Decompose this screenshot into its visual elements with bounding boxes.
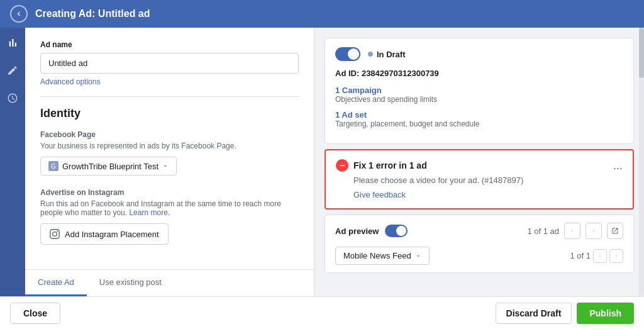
ad-name-label: Ad name — [40, 40, 299, 49]
external-link-button[interactable] — [607, 223, 623, 239]
left-panel: Ad name Advanced options Identity Facebo… — [25, 28, 314, 296]
ad-preview-label: Ad preview — [335, 226, 379, 236]
status-card: In Draft Ad ID: 23842970312300739 1 Camp… — [325, 38, 634, 144]
preview-next-button[interactable] — [586, 223, 602, 239]
add-instagram-label: Add Instagram Placement — [65, 230, 159, 239]
instagram-section: Advertise on Instagram Run this ad on Fa… — [40, 188, 299, 245]
error-card: − Fix 1 error in 1 ad ... Please choose … — [325, 149, 634, 209]
page-name-label: GrowthTribe Blueprint Test — [62, 162, 158, 171]
placement-prev-button[interactable] — [593, 249, 607, 263]
preview-title-row: Ad preview — [335, 225, 408, 237]
in-draft-badge: In Draft — [368, 50, 406, 59]
status-row: In Draft — [335, 47, 623, 61]
in-draft-label: In Draft — [377, 50, 406, 59]
advanced-options-link[interactable]: Advanced options — [40, 77, 100, 86]
main-layout: Ad name Advanced options Identity Facebo… — [0, 28, 644, 296]
right-panel-content: In Draft Ad ID: 23842970312300739 1 Camp… — [314, 28, 644, 296]
error-icon: − — [336, 159, 348, 172]
page-title: Creating Ad: Untitled ad — [35, 8, 150, 20]
adset-link[interactable]: 1 Ad set — [335, 110, 367, 120]
preview-header: Ad preview 1 of 1 ad — [335, 223, 623, 239]
give-feedback-link[interactable]: Give feedback — [353, 190, 406, 199]
error-title: Fix 1 error in 1 ad — [353, 160, 427, 170]
publish-button[interactable]: Publish — [577, 303, 634, 324]
preview-prev-button[interactable] — [564, 223, 580, 239]
campaign-desc: Objectives and spending limits — [335, 95, 623, 104]
error-description: Please choose a video for your ad. (#148… — [353, 176, 623, 185]
ad-name-field: Ad name Advanced options — [40, 40, 299, 86]
placement-selector-button[interactable]: Mobile News Feed — [335, 247, 430, 265]
left-panel-content: Ad name Advanced options Identity Facebo… — [25, 28, 314, 269]
tab-create-ad[interactable]: Create Ad — [25, 270, 87, 296]
draft-toggle[interactable] — [335, 47, 360, 61]
discard-draft-button[interactable]: Discard Draft — [496, 303, 572, 324]
top-bar: Creating Ad: Untitled ad — [0, 0, 644, 28]
dropdown-icon — [162, 163, 169, 169]
facebook-page-section: Facebook Page Your business is represent… — [40, 130, 299, 176]
scrollbar-track — [639, 28, 644, 296]
add-instagram-button[interactable]: Add Instagram Placement — [40, 223, 169, 245]
learn-more-link[interactable]: Learn more. — [129, 208, 170, 217]
placement-dropdown-icon — [415, 253, 421, 259]
bar-chart-icon[interactable] — [5, 35, 20, 50]
facebook-page-description: Your business is represented in ads by i… — [40, 142, 299, 150]
placement-next-button[interactable] — [609, 249, 623, 263]
placement-count: 1 of 1 — [570, 249, 623, 263]
adset-desc: Targeting, placement, budget and schedul… — [335, 120, 623, 128]
bottom-bar: Close Discard Draft Publish — [0, 296, 644, 329]
tab-use-existing-post[interactable]: Use existing post — [87, 270, 174, 296]
placement-row: Mobile News Feed 1 of 1 — [335, 247, 623, 265]
ad-preview-card: Ad preview 1 of 1 ad — [325, 215, 634, 273]
divider-1 — [40, 96, 299, 97]
pencil-icon[interactable] — [5, 63, 20, 78]
close-button[interactable]: Close — [10, 303, 60, 324]
sidebar-icons — [0, 28, 25, 296]
ad-id: Ad ID: 23842970312300739 — [335, 69, 623, 78]
identity-section: Identity Facebook Page Your business is … — [40, 107, 299, 245]
toggle-thumb — [348, 48, 359, 60]
ad-name-input[interactable] — [40, 53, 299, 74]
page-selector-button[interactable]: G GrowthTribe Blueprint Test — [40, 157, 177, 176]
scrollbar-thumb[interactable] — [639, 28, 644, 78]
facebook-page-label: Facebook Page — [40, 130, 299, 139]
error-header: − Fix 1 error in 1 ad ... — [336, 159, 623, 172]
right-bottom-buttons: Discard Draft Publish — [496, 303, 634, 324]
ad-preview-toggle[interactable] — [385, 225, 408, 237]
preview-count: 1 of 1 ad — [527, 226, 559, 236]
clock-icon[interactable] — [5, 91, 20, 106]
page-icon: G — [48, 161, 58, 171]
campaign-link[interactable]: 1 Campaign — [335, 86, 382, 95]
preview-controls: 1 of 1 ad — [527, 223, 623, 239]
preview-toggle-thumb — [396, 226, 406, 236]
right-panel: In Draft Ad ID: 23842970312300739 1 Camp… — [314, 28, 644, 296]
instagram-icon — [50, 229, 60, 239]
instagram-description: Run this ad on Facebook and Instagram at… — [40, 199, 299, 217]
back-button[interactable] — [10, 5, 28, 23]
error-dots-menu[interactable]: ... — [613, 160, 623, 171]
tabs-bar: Create Ad Use existing post — [25, 269, 314, 296]
error-title-row: − Fix 1 error in 1 ad — [336, 159, 427, 172]
instagram-label: Advertise on Instagram — [40, 188, 299, 197]
draft-dot — [368, 52, 373, 57]
identity-title: Identity — [40, 107, 299, 120]
placement-label: Mobile News Feed — [343, 251, 411, 260]
